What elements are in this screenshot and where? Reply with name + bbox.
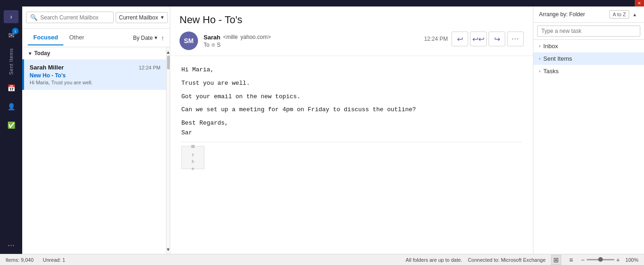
search-input[interactable] xyxy=(40,14,110,21)
tasks-sort-controls: A to Z ▲ xyxy=(609,10,638,19)
tasks-panel: Arrange by: Folder A to Z ▲ › Inbox › Se… xyxy=(533,6,644,254)
tasks-sort-button[interactable]: A to Z xyxy=(609,10,629,19)
body-line-1: Hi Maria, xyxy=(181,65,522,75)
email-sender-block: SM Sarah <mille yahoo.com> To S xyxy=(180,32,271,50)
sent-items-label: Sent Items xyxy=(8,48,14,75)
email-header-right: 12:24 PM ↩ ↩↩ ↪ ··· xyxy=(424,32,524,46)
tasks-scroll-up[interactable]: ▲ xyxy=(631,11,638,18)
mailbox-label: Current Mailbox xyxy=(119,14,158,21)
sort-dropdown-icon: ▼ xyxy=(154,35,158,40)
folder-item-sent[interactable]: › Sent Items xyxy=(533,52,644,65)
more-icon: ··· xyxy=(7,240,14,250)
attachment-broken-icon: ⊠ xyxy=(191,143,194,151)
sort-label: By Date xyxy=(133,35,153,41)
new-task-input[interactable] xyxy=(537,25,640,37)
attachment-thumbnail[interactable]: ⊠ The xyxy=(181,146,204,169)
sender-name: Sarah xyxy=(204,34,220,41)
search-icon: 🔍 xyxy=(30,14,37,21)
search-bar: 🔍 Current Mailbox ▼ xyxy=(22,6,170,29)
folder-item-inbox[interactable]: › Inbox xyxy=(533,40,644,52)
view-toggle-normal[interactable]: ⊞ xyxy=(551,255,561,265)
zoom-out-button[interactable]: − xyxy=(581,256,584,264)
list-scrollbar[interactable]: ▲ ▼ xyxy=(166,47,170,254)
tasks-toolbar: Arrange by: Folder A to Z ▲ xyxy=(533,6,644,23)
email-header: New Ho - To's SM Sarah <mille yahoo.com>… xyxy=(170,6,533,56)
email-actions: ↩ ↩↩ ↪ ··· xyxy=(452,32,524,46)
forward-icon: ↪ xyxy=(494,35,500,44)
tasks-input-wrap xyxy=(533,23,644,40)
body-line-2: Trust you are well. xyxy=(181,79,522,88)
nav-item-calendar[interactable]: 📅 xyxy=(3,80,19,96)
arrange-by-text: Arrange by: Folder xyxy=(539,11,585,18)
more-icon: ··· xyxy=(512,35,519,43)
nav-more-button[interactable]: ··· xyxy=(7,240,14,250)
folder-sent-label: Sent Items xyxy=(543,55,572,62)
list-content: ▼ Today Sarah Miller 12:24 PM New Ho - T… xyxy=(22,47,166,254)
email-meta-row: SM Sarah <mille yahoo.com> To S xyxy=(180,32,524,50)
mailbox-selector[interactable]: Current Mailbox ▼ xyxy=(116,12,168,23)
folder-tasks-label: Tasks xyxy=(543,68,558,75)
sort-direction-button[interactable]: ↑ xyxy=(161,34,164,42)
email-received-time: 12:24 PM xyxy=(424,36,448,42)
list-panel: 🔍 Current Mailbox ▼ Focused Other By Dat… xyxy=(22,6,170,254)
folder-chevron-icon-2: › xyxy=(539,56,540,61)
mail-item[interactable]: Sarah Miller 12:24 PM New Ho - To's Hi M… xyxy=(22,59,166,90)
sender-name-row: Sarah <mille yahoo.com> xyxy=(204,34,271,41)
folder-chevron-icon: › xyxy=(539,44,540,49)
view-normal-icon: ⊞ xyxy=(553,256,559,264)
body-line-4: Can we set up a meeting for 4pm on Frida… xyxy=(181,105,522,115)
scroll-up-button[interactable]: ▲ xyxy=(165,48,170,56)
nav-item-people[interactable]: 👤 xyxy=(3,98,19,115)
scroll-thumb[interactable] xyxy=(167,56,170,69)
nav-rail: › ✉ 1 Sent Items 📅 👤 ✅ ··· xyxy=(0,6,22,254)
tab-focused[interactable]: Focused xyxy=(28,30,63,45)
to-label: To xyxy=(204,42,210,48)
zoom-thumb xyxy=(598,257,603,262)
attachment-label: The xyxy=(192,152,194,172)
email-body: Hi Maria, Trust you are well. Got your e… xyxy=(170,56,533,254)
to-row: To S xyxy=(204,42,271,48)
reply-button[interactable]: ↩ xyxy=(452,32,468,46)
calendar-icon: 📅 xyxy=(7,84,15,92)
zoom-in-button[interactable]: + xyxy=(616,256,620,264)
reading-pane: New Ho - To's SM Sarah <mille yahoo.com>… xyxy=(170,6,533,254)
nav-item-inbox[interactable]: ✉ 1 xyxy=(3,27,19,44)
nav-item-sent[interactable]: Sent Items xyxy=(4,45,18,78)
zoom-controls: − + xyxy=(581,256,619,264)
expand-icon: › xyxy=(10,13,12,20)
more-actions-button[interactable]: ··· xyxy=(507,32,524,46)
zoom-slider[interactable] xyxy=(587,259,614,260)
forward-button[interactable]: ↪ xyxy=(489,32,505,46)
status-bar: Items: 9,040 Unread: 1 All folders are u… xyxy=(0,254,644,265)
folder-item-tasks[interactable]: › Tasks xyxy=(533,65,644,77)
today-section-header[interactable]: ▼ Today xyxy=(22,47,166,59)
sort-controls: By Date ▼ ↑ xyxy=(133,34,164,42)
scroll-down-button[interactable]: ▼ xyxy=(165,246,170,253)
reply-icon: ↩ xyxy=(457,35,463,44)
view-compact-icon: ≡ xyxy=(569,256,573,264)
today-chevron-icon: ▼ xyxy=(28,51,32,56)
sync-status: All folders are up to date. xyxy=(406,257,462,263)
to-recipient: S xyxy=(217,42,221,48)
mail-time: 12:24 PM xyxy=(139,65,161,70)
attachment-area: ⊠ The xyxy=(181,142,522,169)
items-count: Items: 9,040 xyxy=(6,257,34,263)
sender-email: <mille xyxy=(223,34,238,40)
zoom-level: 100% xyxy=(625,257,638,263)
tabs-row: Focused Other By Date ▼ ↑ xyxy=(22,29,170,47)
mailbox-chevron-icon: ▼ xyxy=(160,15,165,20)
reply-all-button[interactable]: ↩↩ xyxy=(470,32,487,46)
tasks-nav-icon: ✅ xyxy=(7,121,15,129)
sender-email-domain: yahoo.com> xyxy=(241,34,271,40)
status-right: All folders are up to date. Connected to… xyxy=(406,255,638,265)
search-input-wrap[interactable]: 🔍 xyxy=(26,12,114,23)
folder-chevron-icon-3: › xyxy=(539,69,540,74)
nav-item-tasks[interactable]: ✅ xyxy=(3,117,19,133)
view-toggle-compact[interactable]: ≡ xyxy=(567,255,575,265)
close-button[interactable]: ✕ xyxy=(635,0,644,6)
sort-by-date-button[interactable]: By Date ▼ xyxy=(133,35,158,41)
people-icon: 👤 xyxy=(7,103,15,110)
today-label: Today xyxy=(34,50,50,57)
expand-button[interactable]: › xyxy=(4,10,19,23)
tab-other[interactable]: Other xyxy=(63,30,90,45)
